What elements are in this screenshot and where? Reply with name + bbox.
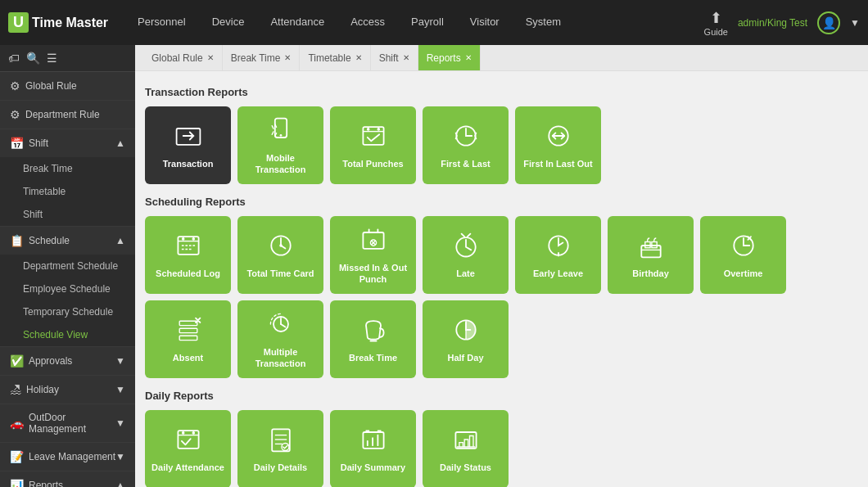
- sidebar-header-global-rule[interactable]: ⚙ Global Rule: [0, 72, 135, 100]
- user-avatar[interactable]: 👤: [817, 11, 840, 34]
- nav-device[interactable]: Device: [199, 0, 258, 45]
- nav-system[interactable]: System: [513, 0, 574, 45]
- sidebar-item-schedule-view[interactable]: Schedule View: [0, 323, 135, 346]
- guide-button[interactable]: ⬆ Guide: [704, 9, 728, 37]
- tab-break-time[interactable]: Break Time ✕: [223, 45, 301, 70]
- nav-visitor[interactable]: Visitor: [457, 0, 513, 45]
- absent-label: Absent: [173, 353, 203, 363]
- sidebar-item-temp-schedule[interactable]: Temporary Schedule: [0, 300, 135, 323]
- content-area: Transaction Reports Transaction: [135, 71, 868, 487]
- tab-timetable-close[interactable]: ✕: [355, 53, 362, 62]
- daily-details-label: Daily Details: [254, 462, 307, 473]
- svg-point-35: [192, 431, 195, 435]
- tab-reports-close[interactable]: ✕: [465, 53, 472, 62]
- report-card-half-day[interactable]: Half Day: [423, 300, 509, 378]
- report-card-early-leave[interactable]: Early Leave: [515, 216, 601, 294]
- report-card-mobile-transaction[interactable]: Mobile Transaction: [237, 106, 323, 184]
- first-last-icon: [451, 121, 481, 154]
- sidebar-item-timetable[interactable]: Timetable: [0, 180, 135, 203]
- nav-payroll[interactable]: Payroll: [398, 0, 457, 45]
- report-card-late[interactable]: Late: [423, 216, 509, 294]
- tab-shift-close[interactable]: ✕: [403, 53, 409, 62]
- scheduled-log-icon: [174, 231, 203, 264]
- leave-label: Leave Management: [29, 451, 115, 462]
- sidebar-section-outdoor: 🚗 OutDoor Management ▼: [0, 404, 135, 443]
- tab-global-rule-close[interactable]: ✕: [207, 53, 214, 62]
- sidebar-list-icon[interactable]: ☰: [47, 52, 57, 65]
- sidebar-section-holiday: 🏖 Holiday ▼: [0, 376, 135, 404]
- total-punches-icon: [359, 121, 388, 154]
- svg-rect-27: [179, 328, 197, 332]
- sidebar-header-schedule[interactable]: 📋 Schedule ▲: [0, 227, 135, 255]
- user-dropdown-arrow[interactable]: ▼: [850, 17, 860, 29]
- mobile-transaction-icon: [266, 115, 296, 148]
- sidebar-section-reports: 📊 Reports ▲ Calculate Reports: [0, 471, 135, 487]
- sidebar-item-dept-schedule[interactable]: Department Schedule: [0, 255, 135, 277]
- sidebar-header-outdoor[interactable]: 🚗 OutDoor Management ▼: [0, 404, 135, 442]
- report-card-total-time-card[interactable]: Total Time Card: [237, 216, 323, 294]
- app-logo[interactable]: U Time Master: [8, 12, 108, 33]
- daily-reports-title: Daily Reports: [145, 390, 858, 402]
- tab-break-time-close[interactable]: ✕: [284, 53, 291, 62]
- svg-point-5: [366, 128, 369, 131]
- scheduled-log-label: Scheduled Log: [156, 268, 220, 279]
- sidebar-section-department-rule: ⚙ Department Rule: [0, 101, 135, 129]
- svg-rect-3: [363, 127, 383, 145]
- outdoor-chevron: ▼: [115, 417, 125, 429]
- tab-global-rule[interactable]: Global Rule ✕: [143, 45, 223, 70]
- reports-label: Reports: [29, 480, 115, 487]
- report-card-daily-summary[interactable]: Daily Summary: [330, 410, 416, 487]
- nav-attendance[interactable]: Attendance: [257, 0, 337, 45]
- sidebar-item-emp-schedule[interactable]: Employee Schedule: [0, 277, 135, 300]
- sidebar-tag-icon[interactable]: 🏷: [8, 52, 20, 65]
- report-card-missed-punch[interactable]: Missed In & Out Punch: [330, 216, 416, 294]
- sidebar-search-icon[interactable]: 🔍: [26, 52, 40, 65]
- nav-access[interactable]: Access: [337, 0, 398, 45]
- report-card-first-last[interactable]: First & Last: [423, 106, 509, 184]
- break-time-label: Break Time: [349, 353, 397, 363]
- report-card-total-punches[interactable]: Total Punches: [330, 106, 416, 184]
- sidebar-section-global-rule: ⚙ Global Rule: [0, 72, 135, 101]
- scheduling-reports-grid: Scheduled Log Total Time Card: [145, 216, 858, 378]
- half-day-label: Half Day: [447, 353, 483, 363]
- half-day-icon: [451, 315, 481, 348]
- tab-break-time-label: Break Time: [231, 52, 281, 64]
- report-card-daily-details[interactable]: Daily Details: [237, 410, 323, 487]
- sidebar-header-approvals[interactable]: ✅ Approvals ▼: [0, 347, 135, 375]
- tab-reports[interactable]: Reports ✕: [418, 45, 481, 70]
- approvals-label: Approvals: [29, 355, 115, 367]
- report-card-absent[interactable]: Absent: [145, 300, 231, 378]
- daily-attendance-label: Daily Attendance: [151, 462, 224, 473]
- report-card-transaction[interactable]: Transaction: [145, 106, 231, 184]
- sidebar-item-shift[interactable]: Shift: [0, 203, 135, 226]
- report-card-break-time[interactable]: Break Time: [330, 300, 416, 378]
- total-punches-label: Total Punches: [342, 159, 403, 169]
- report-card-scheduled-log[interactable]: Scheduled Log: [145, 216, 231, 294]
- sidebar-section-leave: 📝 Leave Management ▼: [0, 443, 135, 471]
- nav-personnel[interactable]: Personnel: [124, 0, 199, 45]
- reports-chevron: ▲: [115, 480, 125, 487]
- leave-icon: 📝: [10, 450, 24, 463]
- tab-shift[interactable]: Shift ✕: [371, 45, 418, 70]
- report-card-birthday[interactable]: Birthday: [608, 216, 694, 294]
- sidebar-header-leave[interactable]: 📝 Leave Management ▼: [0, 443, 135, 471]
- sidebar-header-holiday[interactable]: 🏖 Holiday ▼: [0, 376, 135, 404]
- sidebar-item-break-time[interactable]: Break Time: [0, 157, 135, 180]
- first-in-last-out-icon: [544, 121, 573, 154]
- report-card-first-in-last-out[interactable]: First In Last Out: [515, 106, 601, 184]
- daily-details-icon: [266, 425, 296, 458]
- scheduling-reports-title: Scheduling Reports: [145, 196, 858, 208]
- tab-timetable[interactable]: Timetable ✕: [300, 45, 370, 70]
- report-card-daily-status[interactable]: Daily Status: [423, 410, 509, 487]
- report-card-overtime[interactable]: Overtime: [700, 216, 786, 294]
- sidebar-header-department-rule[interactable]: ⚙ Department Rule: [0, 101, 135, 129]
- sidebar-header-reports[interactable]: 📊 Reports ▲: [0, 471, 135, 487]
- report-card-daily-attendance[interactable]: Daily Attendance: [145, 410, 231, 487]
- sidebar-header-shift[interactable]: 📅 Shift ▲: [0, 129, 135, 157]
- tab-global-rule-label: Global Rule: [151, 52, 203, 64]
- svg-point-11: [181, 237, 184, 241]
- report-card-multiple-transaction[interactable]: Multiple Transaction: [237, 300, 323, 378]
- overtime-icon: [729, 231, 758, 264]
- svg-point-2: [279, 134, 282, 137]
- approvals-chevron: ▼: [115, 355, 125, 367]
